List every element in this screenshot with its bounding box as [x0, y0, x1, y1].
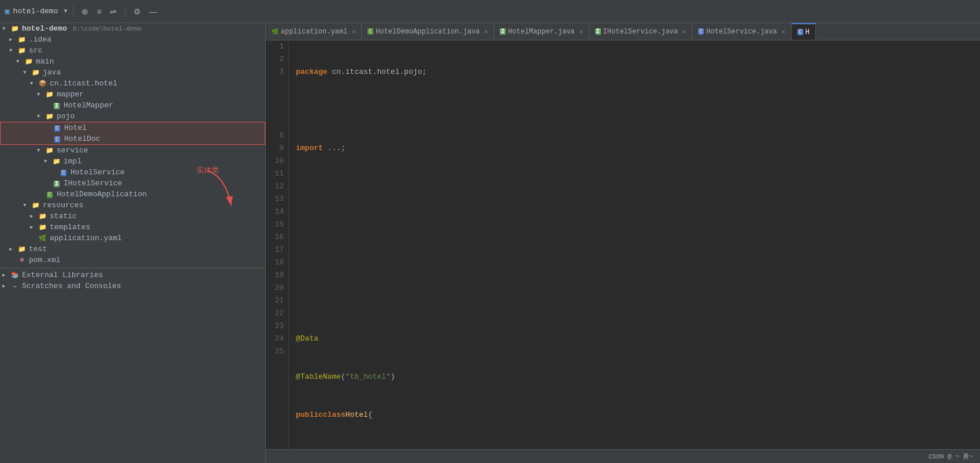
tab-yaml[interactable]: 🌿 application.yaml ✕ — [266, 23, 362, 40]
tree-item-extlibs[interactable]: ▶ 📚 External Libraries — [0, 268, 265, 281]
folder-icon: 📁 — [45, 91, 54, 98]
pojo-arrow: ▼ — [37, 114, 43, 120]
tree-item-main[interactable]: ▼ 📁 main — [0, 56, 265, 67]
code-line-2 — [296, 104, 973, 117]
scratches-label: Scratches and Consoles — [22, 282, 121, 290]
code-content[interactable]: package cn.itcast.hotel.pojo; import ...… — [289, 40, 980, 449]
folder-icon: 📁 — [52, 158, 61, 165]
main-arrow: ▼ — [16, 59, 22, 65]
line-numbers: 1 2 3 8 9 10 11 12 13 14 15 16 17 18 19 — [266, 40, 289, 449]
tree-item-service[interactable]: ▼ 📁 service — [0, 145, 265, 156]
hoteldemo-tab-close[interactable]: ✕ — [484, 28, 488, 35]
project-label: hotel-demo — [13, 7, 58, 16]
folder-icon: 📁 — [10, 25, 20, 32]
dropdown-arrow-icon[interactable]: ▼ — [64, 8, 67, 14]
tree-item-resources[interactable]: ▼ 📁 resources — [0, 200, 265, 211]
hotelmapper-tab-label: HotelMapper.java — [508, 28, 574, 36]
tab-hotelmapper[interactable]: I HotelMapper.java ✕ — [494, 23, 589, 40]
ihotelservice-tab-close[interactable]: ✕ — [682, 28, 686, 35]
toolbar-separator2 — [125, 6, 125, 17]
tree-item-java[interactable]: ▼ 📁 java — [0, 67, 265, 78]
tree-item-idea[interactable]: ▶ 📁 .idea — [0, 34, 265, 45]
hotel-tab-icon: C — [797, 29, 803, 35]
tree-item-impl[interactable]: ▼ 📁 impl — [0, 156, 265, 167]
java-arrow: ▼ — [23, 70, 29, 76]
extlibs-arrow: ▶ — [2, 272, 8, 278]
code-line-9: @TableName("tb_hotel") — [296, 371, 973, 383]
package-icon: 📦 — [38, 80, 47, 87]
code-editor[interactable]: 1 2 3 8 9 10 11 12 13 14 15 16 17 18 19 — [266, 40, 980, 449]
impl-arrow: ▼ — [44, 159, 50, 165]
folder-icon: 📁 — [17, 245, 27, 253]
package-label: cn.itcast.hotel — [50, 79, 117, 88]
code-line-3: import ...; — [296, 142, 973, 155]
java-label: java — [43, 68, 61, 77]
hoteldoc-label: HotelDoc — [64, 135, 100, 143]
resources-arrow: ▼ — [23, 203, 29, 208]
tab-hoteldemo[interactable]: C HotelDemoApplication.java ✕ — [362, 23, 494, 40]
scratches-arrow: ▶ — [2, 283, 8, 289]
hotelservice-tab-label: HotelService.java — [706, 28, 777, 36]
root-path: D:\code\hotel-demo — [73, 25, 142, 32]
yaml-label: application.yaml — [50, 234, 122, 242]
mapper-label: mapper — [57, 90, 84, 99]
tree-item-templates[interactable]: ▶ 📁 templates — [0, 222, 265, 233]
impl-label: impl — [64, 157, 81, 166]
package-arrow: ▼ — [30, 81, 36, 87]
tab-ihotelservice[interactable]: I IHotelService.java ✕ — [589, 23, 693, 40]
folder-icon: 📁 — [45, 147, 54, 154]
test-label: test — [29, 245, 47, 253]
tab-hotel[interactable]: C H — [792, 23, 816, 40]
extlibs-label: External Libraries — [22, 271, 103, 279]
tree-item-hoteldoc[interactable]: ▶ C HotelDoc — [0, 133, 265, 145]
tree-item-src[interactable]: ▼ 📁 src — [0, 45, 265, 56]
hoteldemo-tab-icon: C — [368, 28, 373, 35]
tree-item-test[interactable]: ▶ 📁 test — [0, 244, 265, 255]
tab-hotelservice[interactable]: C HotelService.java ✕ — [692, 23, 791, 40]
templates-label: templates — [50, 223, 90, 231]
tab-bar: 🌿 application.yaml ✕ C HotelDemoApplicat… — [266, 23, 980, 40]
minus-icon[interactable]: — — [147, 6, 159, 17]
settings-icon[interactable]: ⚙ — [131, 6, 143, 17]
idea-arrow: ▶ — [9, 36, 15, 43]
java-class-icon: C — [53, 125, 62, 132]
root-label: hotel-demo — [22, 24, 67, 33]
spring-class-icon: C — [45, 191, 54, 198]
hotelmapper-tab-icon: I — [500, 28, 506, 35]
test-arrow: ▶ — [9, 246, 15, 252]
hotel-tab-label: H — [805, 28, 810, 36]
tree-item-pom[interactable]: ▶ m pom.xml — [0, 255, 265, 266]
tree-item-scratches[interactable]: ▶ ✏️ Scratches and Consoles — [0, 281, 265, 292]
tree-item-mapper[interactable]: ▼ 📁 mapper — [0, 89, 265, 100]
pom-icon: m — [17, 257, 27, 263]
folder-icon: 📁 — [17, 36, 27, 43]
tree-item-static[interactable]: ▶ 📁 static — [0, 211, 265, 222]
hotelmapper-tab-close[interactable]: ✕ — [580, 28, 583, 35]
java-interface-icon: I — [52, 102, 61, 109]
tree-item-package[interactable]: ▼ 📦 cn.itcast.hotel — [0, 78, 265, 89]
tree-item-yaml[interactable]: ▶ 🌿 application.yaml — [0, 233, 265, 244]
scratches-icon: ✏️ — [10, 282, 20, 290]
tree-item-pojo[interactable]: ▼ 📁 pojo — [0, 111, 265, 122]
app-label: HotelDemoApplication — [57, 190, 147, 199]
mapper-arrow: ▼ — [37, 92, 43, 98]
tree-item-ihotelservice[interactable]: ▶ I IHotelService — [0, 178, 265, 189]
ihotelservice-tab-label: IHotelService.java — [603, 28, 678, 36]
status-text: CSDN @ ~ 勇~ — [929, 452, 973, 461]
idea-label: .idea — [29, 35, 51, 44]
hotelservice-tab-close[interactable]: ✕ — [782, 28, 785, 35]
tree-item-hotel[interactable]: ▶ C Hotel — [0, 122, 265, 133]
structure-icon[interactable]: ≡ — [94, 6, 103, 17]
tree-item-hotelservice[interactable]: ▶ C HotelService — [0, 167, 265, 178]
code-line-10: public class Hotel { — [296, 409, 973, 421]
code-line-5 — [296, 218, 973, 231]
globe-icon[interactable]: ⊕ — [79, 6, 91, 17]
tree-root[interactable]: ▼ 📁 hotel-demo D:\code\hotel-demo — [0, 23, 265, 34]
resources-label: resources — [43, 201, 83, 210]
layout-icon[interactable]: ⇌ — [107, 6, 119, 17]
folder-icon: 📁 — [38, 223, 47, 231]
code-line-8: @Data — [296, 333, 973, 345]
tree-item-hotelmapper[interactable]: ▶ I HotelMapper — [0, 100, 265, 111]
tree-item-hoteldemoapplication[interactable]: ▶ C HotelDemoApplication — [0, 189, 265, 200]
yaml-tab-close[interactable]: ✕ — [352, 28, 355, 35]
